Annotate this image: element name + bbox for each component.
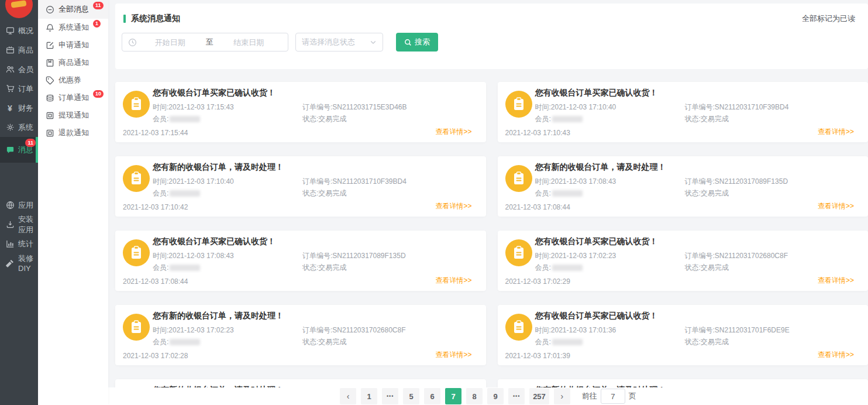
view-detail-link[interactable]: 查看详情>> (818, 127, 854, 137)
message-meta-right: 订单编号:SN2112031702680C8F状态:交易完成 (302, 324, 406, 348)
mark-all-read-button[interactable]: 全部标记为已读 (802, 13, 855, 24)
clipboard-icon (130, 97, 143, 111)
submenu-item-label: 优惠券 (58, 75, 81, 85)
message-member: 会员: (535, 113, 616, 125)
message-meta-right: 订单编号:SN2112031715E3D46B状态:交易完成 (302, 101, 407, 125)
submenu-item-withdraw-notice[interactable]: 提现通知 (38, 107, 108, 124)
sidebar-item-overview[interactable]: 概况 (0, 21, 38, 40)
chevron-down-icon (370, 39, 377, 46)
pagination-bar: ‹ 1•••56789•••257 › 前往 页 (108, 387, 868, 405)
sidebar-item-stats[interactable]: 统计 (0, 234, 38, 253)
search-button[interactable]: 搜索 (396, 33, 438, 52)
page-number-button[interactable]: 6 (424, 388, 440, 404)
submenu-item-label: 订单通知 (58, 92, 89, 103)
view-detail-link[interactable]: 查看详情>> (435, 127, 471, 137)
submenu-item-apply-notice[interactable]: 申请通知 (38, 36, 108, 54)
main-content: 系统消息通知 全部标记为已读 至 请选择消息状态 (108, 0, 868, 405)
overview-icon (5, 26, 15, 35)
message-title: 您有收银台订单买家已确认收货！ (535, 311, 658, 321)
message-time: 时间:2021-12-03 17:08:43 (535, 176, 616, 187)
submenu-item-label: 商品通知 (58, 57, 89, 68)
member-name-redacted (552, 190, 583, 197)
clock-icon (128, 38, 137, 47)
end-date-input[interactable] (216, 37, 283, 47)
page-ellipsis-button[interactable]: ••• (382, 388, 398, 404)
unread-count-badge: 11 (25, 139, 36, 147)
sidebar-item-system[interactable]: 系统 (0, 118, 38, 137)
message-time: 时间:2021-12-03 17:15:43 (153, 101, 234, 113)
message-type-icon (123, 165, 150, 192)
clipboard-icon (130, 246, 143, 260)
sidebar-item-finance[interactable]: ¥财务 (0, 98, 38, 118)
view-detail-link[interactable]: 查看详情>> (435, 350, 471, 360)
message-status: 状态:交易完成 (302, 262, 406, 273)
message-meta-right: 订单编号:SN21120317089F135D状态:交易完成 (302, 250, 406, 273)
clipboard-icon (512, 97, 525, 111)
sidebar-item-decorate-diy[interactable]: 装修DIY (0, 253, 38, 273)
sidebar-item-goods[interactable]: 商品 (0, 40, 38, 60)
message-footer-time: 2021-12-03 17:01:39 (505, 352, 570, 360)
page-number-buttons: 1•••56789•••257 (361, 388, 549, 404)
decorate-icon (5, 259, 15, 267)
view-detail-link[interactable]: 查看详情>> (818, 201, 854, 211)
install-icon (5, 220, 15, 229)
view-detail-link[interactable]: 查看详情>> (818, 276, 854, 286)
apply-icon (46, 41, 54, 50)
page-number-button[interactable]: 8 (466, 388, 483, 404)
submenu-item-system-notice[interactable]: 系统通知1 (38, 19, 108, 36)
member-name-redacted (170, 339, 200, 345)
page-number-button[interactable]: 1 (361, 388, 377, 404)
page-number-button[interactable]: 7 (445, 388, 461, 404)
sidebar-item-label: 会员 (18, 64, 33, 75)
message-time: 时间:2021-12-03 17:08:43 (153, 250, 234, 262)
submenu-item-all-messages[interactable]: 全部消息11 (38, 0, 108, 19)
date-range-picker[interactable]: 至 (122, 33, 288, 52)
goods-notice-icon (46, 59, 54, 67)
all-messages-icon (46, 5, 54, 14)
clipboard-icon (130, 171, 143, 186)
message-card: 您有收银台订单买家已确认收货！时间:2021-12-03 17:15:43会员:… (115, 82, 486, 142)
view-detail-link[interactable]: 查看详情>> (435, 201, 471, 211)
member-name-redacted (170, 265, 200, 271)
sidebar-item-members[interactable]: 会员 (0, 60, 38, 79)
sidebar-item-messages[interactable]: 消息11 (0, 137, 38, 163)
message-member: 会员: (153, 262, 234, 273)
view-detail-link[interactable]: 查看详情>> (818, 350, 854, 360)
submenu-item-refund-notice[interactable]: 退款通知 (38, 124, 108, 142)
page-number-button[interactable]: 9 (487, 388, 504, 404)
sidebar-item-apps[interactable]: 应用 (0, 195, 38, 215)
page-title: 系统消息通知 (131, 13, 180, 24)
finance-icon: ¥ (5, 104, 15, 112)
prev-page-button[interactable]: ‹ (340, 388, 356, 404)
panel-header: 系统消息通知 全部标记为已读 (115, 4, 868, 24)
clipboard-icon (512, 171, 525, 186)
sidebar-item-install-apps[interactable]: 安装应用 (0, 215, 38, 234)
order-notice-icon (46, 94, 54, 102)
message-type-icon (505, 239, 532, 266)
next-page-button[interactable]: › (554, 388, 570, 404)
page-number-button[interactable]: 5 (403, 388, 419, 404)
message-card: 您有收银台订单买家已确认收货！时间:2021-12-03 17:02:23会员:… (498, 231, 868, 291)
message-meta-left: 时间:2021-12-03 17:08:43会员: (535, 176, 616, 199)
message-meta-left: 时间:2021-12-03 17:10:40会员: (535, 101, 616, 125)
message-title: 您有收银台订单买家已确认收货！ (535, 88, 658, 98)
submenu-item-goods-notice[interactable]: 商品通知 (38, 54, 108, 71)
message-time: 时间:2021-12-03 17:01:36 (535, 324, 616, 336)
message-type-icon (123, 91, 150, 118)
sidebar-item-orders[interactable]: 订单 (0, 79, 38, 98)
message-title: 您有新的收银台订单，请及时处理！ (153, 311, 284, 321)
page-ellipsis-button[interactable]: ••• (508, 388, 525, 404)
coupon-icon (46, 76, 54, 85)
start-date-input[interactable] (137, 37, 204, 47)
submenu-item-coupon[interactable]: 优惠券 (38, 71, 108, 89)
goto-page-input[interactable] (601, 389, 625, 404)
message-footer-time: 2021-12-03 17:08:44 (123, 277, 188, 286)
view-detail-link[interactable]: 查看详情>> (435, 276, 471, 286)
message-type-icon (505, 165, 532, 192)
stats-icon (5, 239, 15, 248)
submenu-item-order-notice[interactable]: 订单通知10 (38, 89, 108, 107)
message-status-select[interactable]: 请选择消息状态 (295, 33, 383, 52)
message-meta-left: 时间:2021-12-03 17:08:43会员: (153, 250, 234, 273)
page-number-button[interactable]: 257 (529, 388, 549, 404)
message-member: 会员: (535, 262, 616, 273)
